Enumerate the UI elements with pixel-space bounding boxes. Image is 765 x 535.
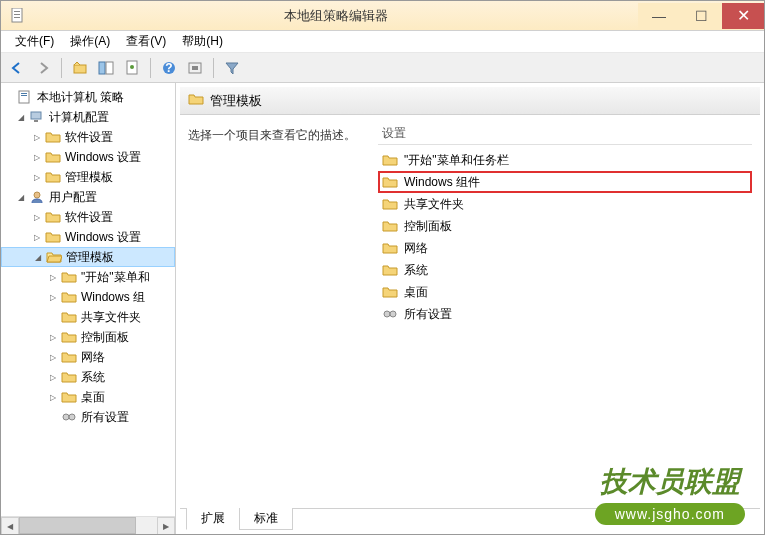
expand-icon[interactable]: ▷	[47, 291, 59, 303]
tree-item-all-settings[interactable]: 所有设置	[1, 407, 175, 427]
expand-icon[interactable]: ▷	[31, 171, 43, 183]
list-item-system[interactable]: 系统	[378, 259, 752, 281]
svg-text:?: ?	[165, 61, 172, 75]
detail-list[interactable]: 设置 "开始"菜单和任务栏 Windows 组件 共享文件夹	[378, 123, 752, 500]
detail-body: 选择一个项目来查看它的描述。 设置 "开始"菜单和任务栏 Windows 组件 …	[180, 115, 760, 508]
properties-button[interactable]	[120, 56, 144, 80]
scroll-track[interactable]	[19, 517, 157, 534]
expand-icon[interactable]: ▷	[31, 151, 43, 163]
menu-view[interactable]: 查看(V)	[118, 31, 174, 52]
up-button[interactable]	[68, 56, 92, 80]
expand-icon[interactable]: ▷	[31, 211, 43, 223]
tree-computer-config[interactable]: ◢ 计算机配置	[1, 107, 175, 127]
tree-label: Windows 设置	[65, 149, 141, 166]
titlebar-buttons: — ☐ ✕	[638, 3, 764, 29]
user-icon	[29, 190, 45, 204]
tree-item-start-taskbar[interactable]: ▷ "开始"菜单和	[1, 267, 175, 287]
list-item-desktop[interactable]: 桌面	[378, 281, 752, 303]
svg-rect-2	[14, 14, 20, 15]
filter-button[interactable]	[220, 56, 244, 80]
list-item-all-settings[interactable]: 所有设置	[378, 303, 752, 325]
tree-item-windows[interactable]: ▷ Windows 设置	[1, 147, 175, 167]
tree-label: 软件设置	[65, 209, 113, 226]
settings-icon	[382, 307, 398, 321]
tree-item-desktop[interactable]: ▷ 桌面	[1, 387, 175, 407]
svg-point-18	[34, 192, 40, 198]
tree-item-windows[interactable]: ▷ Windows 设置	[1, 227, 175, 247]
folder-icon	[61, 290, 77, 304]
separator	[213, 58, 214, 78]
collapse-icon[interactable]: ◢	[15, 111, 27, 123]
expand-icon[interactable]: ▷	[47, 271, 59, 283]
svg-point-19	[63, 414, 69, 420]
expand-icon[interactable]: ▷	[47, 371, 59, 383]
folder-icon	[45, 170, 61, 184]
horizontal-scrollbar[interactable]: ◀ ▶	[1, 516, 175, 534]
toolbar: ?	[1, 53, 764, 83]
tree-label: 软件设置	[65, 129, 113, 146]
folder-icon	[61, 370, 77, 384]
app-icon	[7, 6, 27, 26]
collapse-icon[interactable]: ◢	[15, 191, 27, 203]
minimize-button[interactable]: —	[638, 3, 680, 29]
item-label: 系统	[404, 262, 428, 279]
svg-rect-6	[106, 62, 113, 74]
tree-item-control-panel[interactable]: ▷ 控制面板	[1, 327, 175, 347]
window-title: 本地组策略编辑器	[33, 7, 638, 25]
tree-label: 系统	[81, 369, 105, 386]
tree-panel[interactable]: 本地计算机 策略 ◢ 计算机配置 ▷ 软件设置 ▷ Windows 设置 ▷ 管…	[1, 83, 176, 534]
computer-icon	[29, 110, 45, 124]
close-button[interactable]: ✕	[722, 3, 764, 29]
forward-button[interactable]	[31, 56, 55, 80]
list-item-control-panel[interactable]: 控制面板	[378, 215, 752, 237]
expand-icon[interactable]: ▷	[31, 131, 43, 143]
maximize-button[interactable]: ☐	[680, 3, 722, 29]
tab-standard[interactable]: 标准	[239, 508, 293, 530]
tree-item-shared-folders[interactable]: 共享文件夹	[1, 307, 175, 327]
list-item-shared-folders[interactable]: 共享文件夹	[378, 193, 752, 215]
expand-icon[interactable]: ▷	[47, 331, 59, 343]
export-button[interactable]	[183, 56, 207, 80]
back-button[interactable]	[5, 56, 29, 80]
scroll-right-button[interactable]: ▶	[157, 517, 175, 534]
folder-icon	[382, 153, 398, 167]
list-item-start-taskbar[interactable]: "开始"菜单和任务栏	[378, 149, 752, 171]
menubar: 文件(F) 操作(A) 查看(V) 帮助(H)	[1, 31, 764, 53]
folder-icon	[382, 197, 398, 211]
scroll-thumb[interactable]	[19, 517, 136, 534]
tree-item-windows-comp[interactable]: ▷ Windows 组	[1, 287, 175, 307]
list-item-network[interactable]: 网络	[378, 237, 752, 259]
expand-icon[interactable]: ▷	[31, 231, 43, 243]
svg-rect-5	[99, 62, 105, 74]
menu-action[interactable]: 操作(A)	[62, 31, 118, 52]
tab-extended[interactable]: 扩展	[186, 508, 240, 530]
show-hide-button[interactable]	[94, 56, 118, 80]
collapse-icon[interactable]: ◢	[32, 251, 44, 263]
tree-item-system[interactable]: ▷ 系统	[1, 367, 175, 387]
tree-item-admin-templates[interactable]: ▷ 管理模板	[1, 167, 175, 187]
tree-item-network[interactable]: ▷ 网络	[1, 347, 175, 367]
svg-point-20	[69, 414, 75, 420]
svg-rect-17	[34, 120, 38, 122]
tree-user-config[interactable]: ◢ 用户配置	[1, 187, 175, 207]
svg-point-22	[390, 311, 396, 317]
list-header-settings[interactable]: 设置	[378, 123, 752, 145]
expand-icon[interactable]: ▷	[47, 391, 59, 403]
tree-item-software[interactable]: ▷ 软件设置	[1, 127, 175, 147]
item-label: "开始"菜单和任务栏	[404, 152, 509, 169]
tree-label: 本地计算机 策略	[37, 89, 124, 106]
list-item-windows-components[interactable]: Windows 组件	[378, 171, 752, 193]
item-label: 所有设置	[404, 306, 452, 323]
expand-icon[interactable]: ▷	[47, 351, 59, 363]
folder-icon	[61, 330, 77, 344]
tree-item-software[interactable]: ▷ 软件设置	[1, 207, 175, 227]
svg-rect-14	[21, 93, 27, 94]
menu-file[interactable]: 文件(F)	[7, 31, 62, 52]
folder-icon	[61, 350, 77, 364]
help-button[interactable]: ?	[157, 56, 181, 80]
policy-icon	[17, 90, 33, 104]
scroll-left-button[interactable]: ◀	[1, 517, 19, 534]
menu-help[interactable]: 帮助(H)	[174, 31, 231, 52]
tree-item-admin-templates-selected[interactable]: ◢ 管理模板	[1, 247, 175, 267]
tree-root[interactable]: 本地计算机 策略	[1, 87, 175, 107]
